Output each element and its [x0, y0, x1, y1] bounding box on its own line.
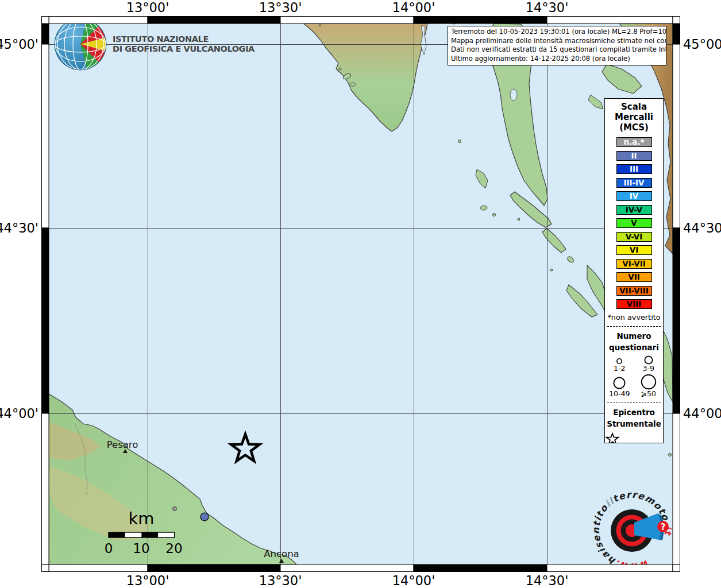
islet-dot [669, 454, 672, 457]
axis-left-2: 44°30' [0, 220, 38, 235]
mcs-swatch-iii: III [616, 164, 652, 174]
size-class-10-49: 10-49 [605, 373, 634, 398]
intensity-dot-na [173, 507, 177, 511]
size-class-50plus: ⩾50 [634, 373, 664, 398]
pesaro-label: Pesaro [107, 439, 138, 450]
epicenter-title: Epicentro Strumentale [605, 407, 663, 430]
scale-tick-20: 20 [165, 541, 182, 556]
legend-divider [607, 403, 661, 403]
mcs-swatch-iv-v: IV-V [616, 205, 652, 215]
ancona-label: Ancona [264, 548, 299, 559]
axis-left-3: 44°00' [0, 406, 38, 421]
legend-panel: Scala Mercalli (MCS) n.a.* II III III-IV… [604, 98, 664, 443]
axis-top-3: 14°00' [392, 0, 435, 15]
mcs-swatch-iii-iv: III-IV [616, 178, 652, 188]
legend-footnote: *non avvertito [605, 313, 663, 322]
axis-right-3: 44°00' [683, 406, 721, 421]
mcs-swatch-vi: VI [616, 245, 652, 255]
map-canvas: Pesaro Ancona km 0 10 20 [0, 0, 721, 588]
legend-title: Scala Mercalli (MCS) [605, 102, 663, 133]
mcs-swatch-vii-viii: VII-VIII [616, 286, 652, 296]
axis-top-4: 14°30' [526, 0, 569, 15]
size-class-3-9: 3-9 [634, 355, 664, 373]
mcs-swatch-na: n.a.* [616, 137, 652, 147]
mcs-swatch-vi-vii: VI-VII [616, 259, 652, 269]
axis-top-1: 13°00' [126, 0, 169, 15]
mcs-swatch-iv: IV [616, 191, 652, 201]
vrana-lake [510, 89, 517, 100]
star-icon [605, 432, 620, 444]
mcs-swatch-v: V [616, 218, 652, 228]
mcs-swatch-viii: VIII [616, 299, 652, 309]
islet-dot [458, 140, 461, 143]
circle-size-10-49-icon [608, 376, 631, 390]
legend-divider [607, 326, 661, 327]
axis-bottom-2: 13°30' [259, 573, 302, 588]
mcs-scale-list: n.a.* II III III-IV IV IV-V V V-VI VI VI… [605, 137, 663, 309]
islet-dot [339, 68, 341, 70]
size-class-1-2: 1-2 [605, 355, 634, 373]
epicenter-star-key [605, 432, 663, 444]
mcs-swatch-v-vi: V-VI [616, 232, 652, 242]
circle-size-50plus-icon [637, 373, 660, 390]
islet-dot [550, 269, 553, 271]
ingv-name-line1: ISTITUTO NAZIONALE [113, 34, 209, 44]
circle-size-3-9-icon [639, 355, 658, 365]
event-info-box: Terremoto del 10-05-2023 19:30:01 (ora l… [448, 26, 666, 65]
questionnaires-title: Numero questionari [605, 330, 663, 353]
event-info-line1: Terremoto del 10-05-2023 19:30:01 (ora l… [451, 28, 663, 37]
mcs-swatch-ii: II [616, 151, 652, 161]
event-info-line3: Dati non verificati estratti da 15 quest… [451, 45, 663, 55]
axis-bottom-4: 14°30' [526, 573, 569, 588]
axis-bottom-3: 14°00' [392, 573, 435, 588]
island-susak [480, 206, 487, 210]
axis-right-2: 44°30' [683, 220, 721, 235]
islet-dot [493, 214, 496, 216]
intensity-dot-ii [201, 513, 209, 521]
ingv-name-line2: DI GEOFISICA E VULCANOLOGIA [113, 44, 255, 53]
axis-top-2: 13°30' [259, 0, 302, 15]
brijuni-islet-2 [350, 83, 356, 86]
islet-dot [319, 24, 321, 26]
circle-size-1-2-icon [610, 357, 629, 365]
scale-tick-10: 10 [133, 541, 149, 556]
islet-dot [518, 218, 520, 220]
axis-right-1: 45°00' [683, 37, 721, 52]
mcs-swatch-vii: VII [616, 272, 652, 282]
axis-bottom-1: 13°00' [126, 573, 169, 588]
event-info-line2: Mappa preliminare delle intensità macros… [451, 37, 663, 46]
questionnaire-size-key: 1-2 3-9 10-49 ⩾50 [605, 355, 663, 398]
event-info-line4: Ultimo aggiornamento: 14-12-2025 20:08 (… [451, 55, 663, 64]
axis-left-1: 45°00' [0, 37, 38, 52]
scale-tick-0: 0 [105, 541, 113, 556]
scale-unit: km [128, 509, 154, 528]
